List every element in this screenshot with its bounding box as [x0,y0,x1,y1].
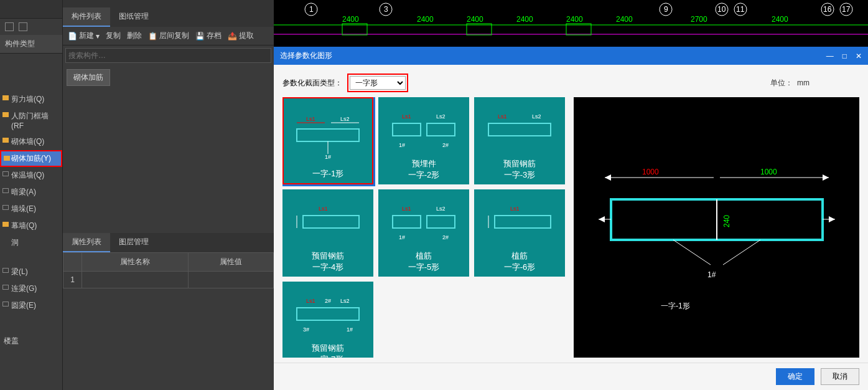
svg-rect-26 [566,24,591,35]
svg-rect-34 [393,123,421,136]
folder-icon [2,222,9,227]
svg-rect-52 [495,216,551,228]
extract-button[interactable]: 📤 提取 [228,31,254,41]
parametric-shape-dialog: 选择参数化图形 — □ ✕ 参数化截面类型： 一字形 单位： mm Ls1Ls2… [274,47,868,390]
layer-copy-button[interactable]: 📋 层间复制 [148,31,189,41]
shape-card-1[interactable]: Ls1Ls21# 一字-1形 [282,97,373,184]
folder-icon [2,112,9,117]
mid-tabs: 构件列表 图纸管理 [63,7,274,27]
drawing-canvas[interactable]: 1 2400 3 2400 2400 2400 2400 2400 9 2700… [274,0,868,47]
svg-text:Ls1: Ls1 [319,206,328,212]
svg-line-72 [723,240,760,265]
svg-rect-47 [427,216,455,228]
sidebar-item-opening[interactable]: 洞 [0,234,62,251]
svg-text:17: 17 [842,5,851,14]
svg-text:2400: 2400 [417,15,434,24]
ok-button[interactable]: 确定 [776,368,814,385]
svg-text:2#: 2# [442,234,449,240]
svg-text:1#: 1# [347,326,353,333]
svg-text:Ls1: Ls1 [306,298,315,304]
cancel-button[interactable]: 取消 [821,368,859,385]
shape-card-5[interactable]: Ls1Ls21#2# 植筋 一字-5形 [378,189,469,277]
maximize-icon[interactable]: □ [842,52,847,60]
archive-button[interactable]: 💾 存档 [195,31,222,41]
table-row[interactable]: 1 [63,272,274,288]
folder-icon [4,156,10,161]
shape-card-4[interactable]: Ls1 预留钢筋 一字-4形 [282,189,373,277]
preview-dim3: 240 [722,215,731,227]
preview-dim2: 1000 [760,168,777,176]
shape-preview: 1000 1000 240 1# 一字-1形 [574,97,859,358]
folder-icon [2,95,9,100]
svg-text:Ls1: Ls1 [402,113,411,120]
svg-text:11: 11 [736,5,745,14]
box-icon [2,205,9,210]
view-toggle[interactable] [0,19,62,35]
shape-grid: Ls1Ls21# 一字-1形 Ls1Ls21#2# 预埋件 一字-2形 Ls1L… [282,97,569,358]
sidebar-item-hiddenbeam[interactable]: 暗梁(A) [0,184,62,201]
sidebar-item-beam[interactable]: 梁(L) [0,264,62,280]
sidebar-item-curtainwall[interactable]: 幕墙(Q) [0,217,62,234]
component-chip[interactable]: 砌体加筋 [67,69,110,86]
svg-line-71 [673,240,711,265]
svg-text:Ls1: Ls1 [498,113,507,120]
shape-card-7[interactable]: Ls12#Ls23#1# 预留钢筋 一字-7形 [282,282,373,358]
sidebar-group-floor[interactable]: 楼盖 [0,333,62,350]
tab-component-list[interactable]: 构件列表 [63,7,110,27]
svg-text:Ls1: Ls1 [402,206,411,212]
parameter-row: 参数化截面类型： 一字形 单位： mm [274,65,868,97]
sidebar-item-linkbeam[interactable]: 连梁(G) [0,280,62,297]
left-sidebar: 构件类型 剪力墙(Q) 人防门框墙(RF 砌体墙(Q) 砌体加筋(Y) 保温墙(… [0,0,62,390]
svg-text:Ls2: Ls2 [340,298,350,304]
svg-text:10: 10 [717,5,726,14]
sidebar-item-pier[interactable]: 墙垛(E) [0,201,62,217]
mid-panel: 构件列表 图纸管理 📄 新建 ▾ 复制 删除 📋 层间复制 💾 存档 📤 提取 … [62,0,274,390]
svg-text:16: 16 [823,5,832,14]
svg-marker-63 [605,174,611,181]
close-icon[interactable]: ✕ [856,52,862,60]
search-input[interactable] [65,48,271,63]
svg-text:2#: 2# [442,142,449,148]
param-type-label: 参数化截面类型： [282,78,342,88]
svg-text:2#: 2# [325,298,331,304]
svg-text:3#: 3# [303,326,309,333]
svg-text:Ls2: Ls2 [436,206,446,212]
sidebar-item-rfwall[interactable]: 人防门框墙(RF [0,108,62,133]
svg-marker-70 [829,216,835,222]
sidebar-item-insulwall[interactable]: 保温墙(Q) [0,167,62,184]
svg-rect-25 [467,24,492,35]
sidebar-item-shearwall[interactable]: 剪力墙(Q) [0,91,62,108]
tab-properties[interactable]: 属性列表 [63,233,110,252]
svg-rect-27 [297,129,359,141]
copy-button[interactable]: 复制 [106,31,121,41]
tree-view-icon[interactable] [19,22,27,31]
svg-text:2400: 2400 [516,15,533,24]
svg-text:9: 9 [664,5,668,14]
shape-card-2[interactable]: Ls1Ls21#2# 预埋件 一字-2形 [378,97,469,184]
sidebar-item-masonry-reinf[interactable]: 砌体加筋(Y) [0,150,62,167]
section-type-select[interactable]: 一字形 [350,76,406,90]
list-view-icon[interactable] [5,22,14,31]
sidebar-item-ringbeam[interactable]: 圆梁(E) [0,297,62,314]
delete-button[interactable]: 删除 [127,31,142,41]
svg-text:Ls1: Ls1 [306,116,315,122]
tab-drawing-mgmt[interactable]: 图纸管理 [110,7,157,27]
svg-rect-24 [342,24,367,35]
svg-rect-35 [427,123,455,136]
component-list: 砌体加筋 [63,65,274,90]
shape-card-3[interactable]: Ls1Ls2 预留钢筋 一字-3形 [474,97,565,184]
svg-text:2400: 2400 [772,15,788,24]
shape-card-6[interactable]: Ls1 植筋 一字-6形 [474,189,565,277]
mid-toolbar: 📄 新建 ▾ 复制 删除 📋 层间复制 💾 存档 📤 提取 [63,27,274,45]
minimize-icon[interactable]: — [826,52,834,60]
svg-text:Ls2: Ls2 [436,113,446,120]
new-button[interactable]: 📄 新建 ▾ [68,31,100,41]
svg-rect-40 [488,123,551,136]
box-icon [2,268,9,273]
svg-text:1#: 1# [325,154,331,160]
sidebar-item-masonrywall[interactable]: 砌体墙(Q) [0,133,62,150]
box-icon [2,285,9,290]
svg-rect-46 [393,216,421,228]
svg-text:2400: 2400 [467,15,483,24]
tab-layer-mgmt[interactable]: 图层管理 [110,233,157,252]
